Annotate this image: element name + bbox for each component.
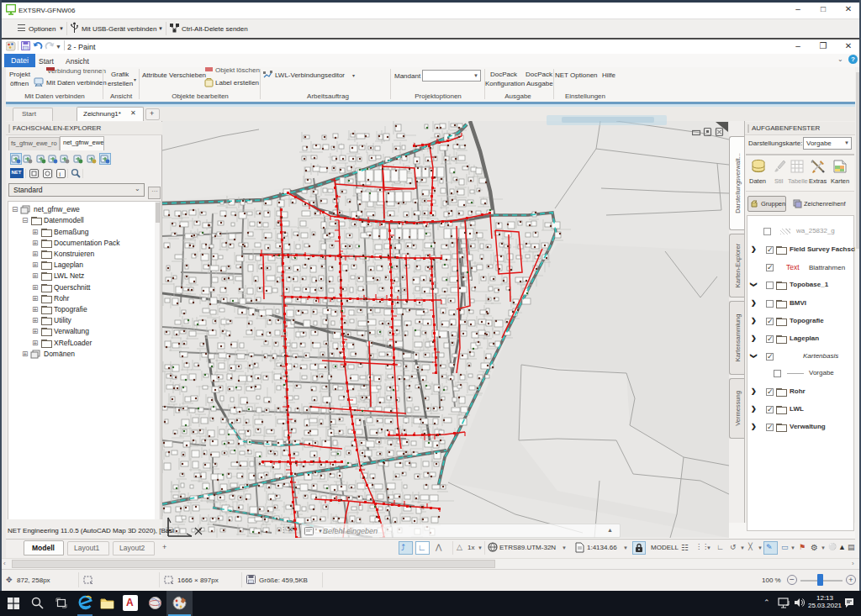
svg-text:i: i (59, 171, 61, 178)
svg-text:Karten-Explorer: Karten-Explorer (734, 243, 742, 287)
svg-text:Vermessung: Vermessung (734, 391, 742, 426)
svg-text:Darstellungsverwalt...: Darstellungsverwalt... (734, 153, 742, 213)
svg-text:Kartensammlung: Kartensammlung (734, 314, 742, 362)
